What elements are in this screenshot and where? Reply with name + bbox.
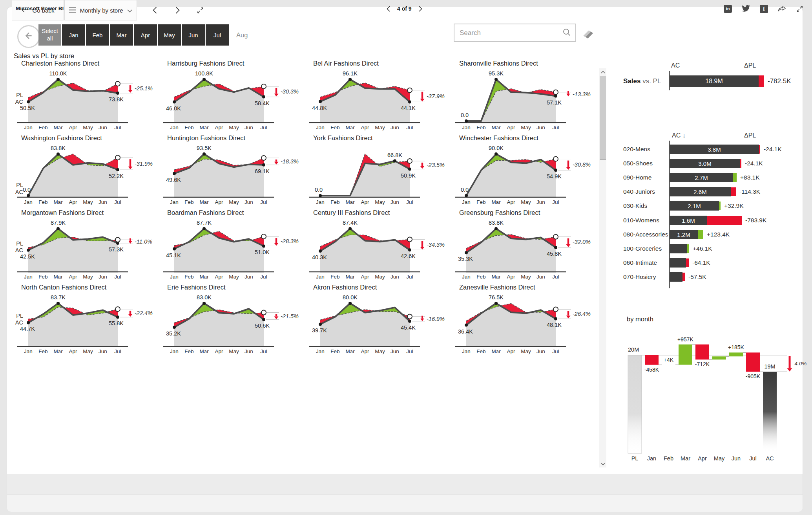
- category-label[interactable]: 070-Hosiery: [623, 273, 670, 280]
- category-variance-bar[interactable]: [731, 187, 736, 196]
- next-page-icon[interactable]: [419, 6, 422, 12]
- category-row[interactable]: 030-Kids2.1M+32.9K: [623, 199, 805, 213]
- category-variance-bar[interactable]: [759, 145, 760, 154]
- select-all-button[interactable]: Select all: [38, 24, 61, 46]
- waterfall-step-bar[interactable]: [712, 356, 726, 359]
- category-label[interactable]: 040-Juniors: [623, 188, 670, 195]
- category-label[interactable]: 030-Kids: [623, 202, 670, 209]
- category-row[interactable]: 080-Accessories1.2M+123.4K: [623, 227, 805, 242]
- category-ac-bar[interactable]: 2.7M: [670, 173, 733, 182]
- month-filter-mar[interactable]: Mar: [110, 24, 133, 46]
- waterfall-pl-bar[interactable]: [628, 355, 642, 453]
- category-row[interactable]: 040-Juniors2.6M-114.3K: [623, 185, 805, 199]
- share-icon[interactable]: [777, 5, 786, 13]
- category-ac-bar[interactable]: 1.6M: [670, 216, 707, 225]
- store-chart-card[interactable]: Greensburg Fashions DirectJanFebMarAprMa…: [450, 209, 596, 284]
- category-label[interactable]: 010-Womens: [623, 217, 670, 224]
- search-input[interactable]: [454, 29, 562, 37]
- store-chart-card[interactable]: Boardman Fashions DirectJanFebMarAprMayJ…: [158, 209, 304, 284]
- store-chart-card[interactable]: Morgantown Fashions DirectJanFebMarAprMa…: [12, 209, 158, 284]
- waterfall-step-bar[interactable]: [679, 345, 692, 365]
- category-row[interactable]: 020-Mens3.8M-24.1K: [623, 142, 805, 156]
- waterfall-chart[interactable]: -4.0%20M19M-458K+4K+957K-712K+185K-905KP…: [624, 328, 808, 467]
- category-variance-bar[interactable]: [733, 173, 737, 182]
- category-variance-bar[interactable]: [698, 230, 703, 239]
- summary-row[interactable]: Sales vs. PL 18.9M -782.5K: [623, 75, 791, 87]
- month-filter-apr[interactable]: Apr: [134, 24, 157, 46]
- summary-ac-bar[interactable]: 18.9M: [670, 75, 759, 87]
- collapse-icon[interactable]: [796, 5, 803, 13]
- month-filter-jun[interactable]: Jun: [182, 24, 205, 46]
- scroll-down-icon[interactable]: [599, 460, 606, 467]
- eraser-icon[interactable]: [582, 28, 595, 39]
- month-filter-may[interactable]: May: [158, 24, 181, 46]
- store-chart-card[interactable]: Century III Fashions DirectJanFebMarAprM…: [304, 209, 450, 284]
- category-variance-bar[interactable]: [707, 216, 742, 225]
- charts-scrollbar[interactable]: [599, 68, 606, 467]
- waterfall-ac-bar[interactable]: [763, 372, 777, 452]
- category-variance-bar[interactable]: [682, 273, 685, 281]
- category-label[interactable]: 080-Accessories: [623, 231, 670, 238]
- category-label[interactable]: 090-Home: [623, 174, 670, 181]
- category-ac-bar[interactable]: [670, 244, 687, 253]
- month-filter-aug[interactable]: Aug: [236, 24, 248, 46]
- store-chart-card[interactable]: Huntington Fashions DirectJanFebMarAprMa…: [158, 134, 304, 209]
- scrollbar-thumb[interactable]: [600, 76, 606, 160]
- category-ac-bar[interactable]: 1.2M: [670, 230, 698, 239]
- category-ac-header[interactable]: AC ↓: [672, 132, 686, 139]
- category-variance-bar[interactable]: [719, 202, 721, 210]
- waterfall-step-bar[interactable]: [729, 352, 743, 356]
- category-ac-bar[interactable]: 3.8M: [670, 145, 759, 154]
- waterfall-step-bar[interactable]: [645, 355, 659, 365]
- start-label: 42.5K: [20, 253, 35, 260]
- category-ac-bar[interactable]: 3.0M: [670, 159, 740, 168]
- category-row[interactable]: 070-Hosiery-57.5K: [623, 270, 805, 284]
- category-label[interactable]: 060-Intimate: [623, 259, 670, 266]
- store-chart-card[interactable]: Washington Fashions DirectJanFebMarAprMa…: [12, 134, 158, 209]
- scroll-up-icon[interactable]: [599, 68, 606, 75]
- month-filter-jul[interactable]: Jul: [206, 24, 229, 46]
- category-row[interactable]: 010-Womens1.6M-783.9K: [623, 213, 805, 227]
- collapse-icon[interactable]: [192, 0, 209, 20]
- store-chart-card[interactable]: Akron Fashions DirectJanFebMarAprMayJunJ…: [304, 284, 450, 358]
- facebook-icon[interactable]: f: [760, 5, 768, 13]
- store-chart-card[interactable]: Charleston Fashions DirectJanFebMarAprMa…: [12, 60, 158, 134]
- category-ac-bar[interactable]: 2.1M: [670, 201, 719, 211]
- summary-variance-bar[interactable]: [759, 75, 764, 87]
- category-row[interactable]: 090-Home2.7M+83.1K: [623, 170, 805, 185]
- category-ac-bar[interactable]: [670, 258, 686, 268]
- category-row[interactable]: 050-Shoes3.0M-24.1K: [623, 156, 805, 170]
- prev-view-button[interactable]: [146, 0, 163, 20]
- linkedin-icon[interactable]: in: [724, 5, 732, 13]
- category-ac-bar[interactable]: [670, 272, 682, 282]
- category-variance-bar[interactable]: [740, 159, 741, 168]
- category-label[interactable]: 050-Shoes: [623, 160, 670, 167]
- waterfall-step-bar[interactable]: [695, 345, 709, 360]
- view-selector-dropdown[interactable]: Monthly by store: [64, 0, 137, 20]
- store-chart-card[interactable]: Erie Fashions DirectJanFebMarAprMayJunJu…: [158, 284, 304, 358]
- month-filter-feb[interactable]: Feb: [86, 24, 109, 46]
- category-variance-bar[interactable]: [687, 244, 689, 253]
- waterfall-step-bar[interactable]: [746, 352, 760, 372]
- pl-open-marker: [407, 88, 412, 93]
- store-chart-card[interactable]: Harrisburg Fashions DirectJanFebMarAprMa…: [158, 60, 304, 134]
- month-tick: Jul: [406, 274, 413, 280]
- category-row[interactable]: 100-Groceries+46.1K: [623, 242, 805, 256]
- store-chart-card[interactable]: Sharonville Fashions DirectJanFebMarAprM…: [450, 60, 596, 134]
- store-chart-card[interactable]: North Canton Fashions DirectJanFebMarApr…: [12, 284, 158, 358]
- category-variance-bar[interactable]: [686, 258, 689, 267]
- category-row[interactable]: 060-Intimate-64.1K: [623, 256, 805, 270]
- category-ac-bar[interactable]: 2.6M: [670, 187, 731, 196]
- prev-page-icon[interactable]: [387, 6, 390, 12]
- category-label[interactable]: 100-Groceries: [623, 245, 670, 252]
- store-chart-card[interactable]: Winchester Fashions DirectJanFebMarAprMa…: [450, 134, 596, 209]
- twitter-icon[interactable]: [741, 5, 750, 13]
- next-view-button[interactable]: [169, 0, 186, 20]
- month-filter-jan[interactable]: Jan: [62, 24, 85, 46]
- store-chart-card[interactable]: York Fashions DirectJanFebMarAprMayJunJu…: [304, 134, 450, 209]
- category-dpl-header[interactable]: ΔPL: [744, 132, 756, 139]
- back-button[interactable]: [17, 25, 40, 48]
- category-label[interactable]: 020-Mens: [623, 146, 670, 153]
- store-chart-card[interactable]: Zanesville Fashions DirectJanFebMarAprMa…: [450, 284, 596, 358]
- store-chart-card[interactable]: Bel Air Fashions DirectJanFebMarAprMayJu…: [304, 60, 450, 134]
